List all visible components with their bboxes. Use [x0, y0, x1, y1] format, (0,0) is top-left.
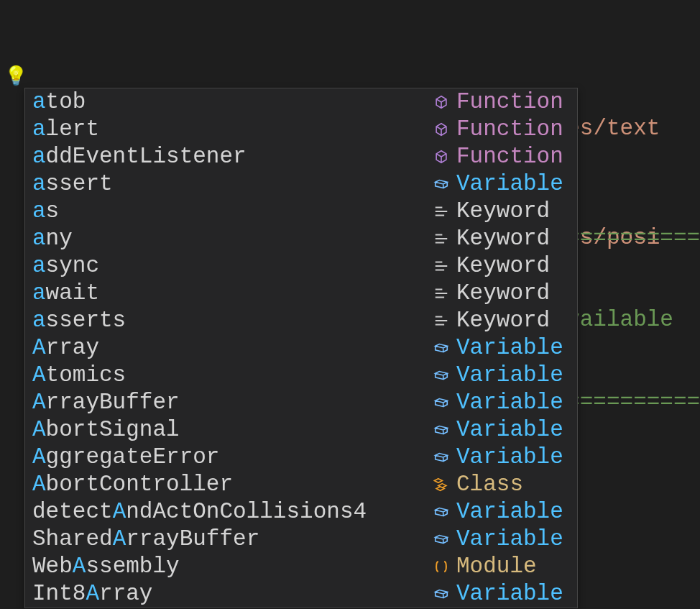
suggest-item-name: ArrayBuffer	[32, 389, 429, 416]
suggest-item[interactable]: WebAssemblyModule	[25, 553, 577, 580]
code-editor[interactable]: import { createText } from "./new-entiti…	[0, 0, 700, 609]
variable-icon	[429, 449, 453, 465]
suggest-widget[interactable]: atobFunctionalertFunctionaddEventListene…	[24, 88, 578, 608]
suggest-item-name: Array	[32, 334, 429, 362]
suggest-item[interactable]: addEventListenerFunction	[25, 143, 577, 170]
suggest-item[interactable]: asKeyword	[25, 198, 577, 225]
variable-icon	[429, 367, 453, 383]
keyword-icon	[429, 313, 453, 329]
lightbulb-icon[interactable]: 💡	[4, 63, 27, 91]
suggest-item-name: alert	[32, 116, 429, 143]
suggest-item-kind: Variable	[453, 334, 577, 362]
suggest-item-name: asserts	[32, 307, 429, 334]
suggest-item-kind: Variable	[453, 526, 577, 553]
class-icon	[429, 477, 453, 493]
suggest-item-name: AbortController	[32, 471, 429, 498]
suggest-item-kind: Variable	[453, 580, 577, 608]
function-icon	[429, 122, 453, 137]
function-icon	[429, 149, 453, 165]
variable-icon	[429, 531, 453, 547]
suggest-item-name: any	[32, 225, 429, 252]
suggest-item-name: atob	[32, 88, 429, 116]
suggest-item-name: async	[32, 252, 429, 280]
variable-icon	[429, 395, 453, 411]
suggest-item[interactable]: AbortSignalVariable	[25, 416, 577, 444]
suggest-item-kind: Function	[453, 116, 577, 143]
suggest-item-kind: Module	[453, 553, 577, 580]
suggest-item-name: assert	[32, 170, 429, 198]
suggest-item[interactable]: Int8ArrayVariable	[25, 580, 577, 608]
suggest-item[interactable]: AbortControllerClass	[25, 471, 577, 498]
variable-icon	[429, 176, 453, 192]
suggest-item-kind: Variable	[453, 362, 577, 389]
variable-icon	[429, 586, 453, 602]
suggest-item-name: SharedArrayBuffer	[32, 526, 429, 553]
suggest-item-kind: Variable	[453, 444, 577, 471]
suggest-item[interactable]: alertFunction	[25, 116, 577, 143]
suggest-item[interactable]: ArrayVariable	[25, 334, 577, 362]
suggest-item-kind: Function	[453, 143, 577, 170]
suggest-item[interactable]: assertsKeyword	[25, 307, 577, 334]
suggest-item[interactable]: assertVariable	[25, 170, 577, 198]
suggest-item[interactable]: ArrayBufferVariable	[25, 389, 577, 416]
keyword-icon	[429, 203, 453, 219]
keyword-icon	[429, 231, 453, 247]
suggest-item[interactable]: atobFunction	[25, 88, 577, 116]
suggest-item-kind: Keyword	[453, 225, 577, 252]
suggest-item[interactable]: detectAndActOnCollisions4Variable	[25, 498, 577, 526]
suggest-item[interactable]: AtomicsVariable	[25, 362, 577, 389]
suggest-item-kind: Keyword	[453, 280, 577, 307]
suggest-item[interactable]: asyncKeyword	[25, 252, 577, 280]
suggest-item[interactable]: SharedArrayBufferVariable	[25, 526, 577, 553]
suggest-item-name: Int8Array	[32, 580, 429, 608]
suggest-item-kind: Keyword	[453, 252, 577, 280]
suggest-item-kind: Keyword	[453, 198, 577, 225]
module-icon	[429, 559, 453, 574]
suggest-item[interactable]: awaitKeyword	[25, 280, 577, 307]
suggest-item-kind: Variable	[453, 389, 577, 416]
variable-icon	[429, 340, 453, 356]
suggest-item-name: Atomics	[32, 362, 429, 389]
suggest-item-name: as	[32, 198, 429, 225]
suggest-item-name: addEventListener	[32, 143, 429, 170]
suggest-item-kind: Variable	[453, 170, 577, 198]
suggest-item-name: detectAndActOnCollisions4	[32, 498, 429, 526]
suggest-item-kind: Variable	[453, 498, 577, 526]
keyword-icon	[429, 258, 453, 274]
suggest-item-kind: Keyword	[453, 307, 577, 334]
suggest-item-name: WebAssembly	[32, 553, 429, 580]
suggest-item-kind: Function	[453, 88, 577, 116]
suggest-item-name: AggregateError	[32, 444, 429, 471]
variable-icon	[429, 504, 453, 520]
suggest-item-name: AbortSignal	[32, 416, 429, 444]
suggest-item-kind: Class	[453, 471, 577, 498]
suggest-item-name: await	[32, 280, 429, 307]
suggest-item-kind: Variable	[453, 416, 577, 444]
suggest-item[interactable]: AggregateErrorVariable	[25, 444, 577, 471]
variable-icon	[429, 422, 453, 438]
keyword-icon	[429, 285, 453, 301]
suggest-item[interactable]: anyKeyword	[25, 225, 577, 252]
function-icon	[429, 94, 453, 110]
